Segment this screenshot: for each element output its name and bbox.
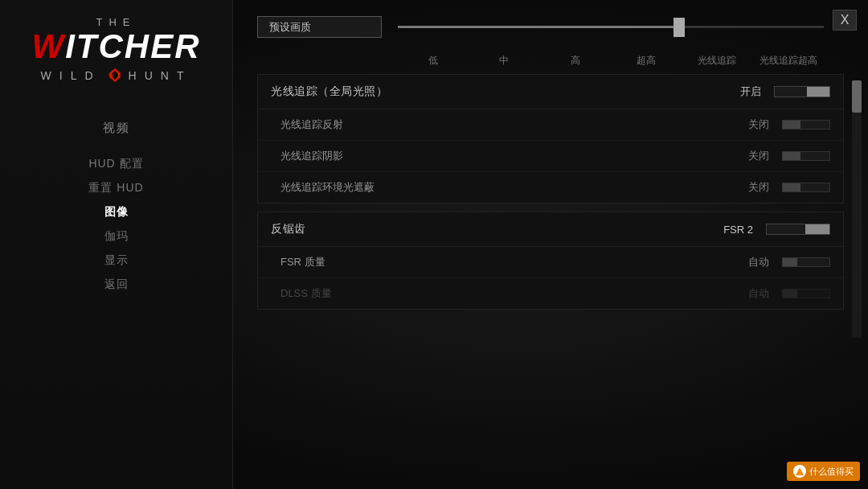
logo-itcher: ITCHER (65, 27, 200, 65)
rt-shadow-toggle[interactable] (782, 151, 830, 161)
logo-wild: WILD (41, 69, 101, 82)
nav-back[interactable]: 返回 (0, 273, 232, 297)
rt-shadow-value: 关闭 (741, 149, 769, 163)
anti-aliasing-title: 反锯齿 (271, 222, 306, 236)
nav-hud-config[interactable]: HUD 配置 (0, 152, 232, 176)
ray-tracing-title: 光线追踪（全局光照） (271, 84, 387, 99)
rt-reflection-thumb (783, 121, 800, 129)
rt-shadow-control: 关闭 (741, 149, 830, 163)
slider-fill (398, 26, 679, 28)
nav-section: 视频 HUD 配置 重置 HUD 图像 伽玛 显示 返回 (0, 121, 232, 297)
rt-ao-thumb (783, 183, 800, 191)
ray-tracing-toggle[interactable] (774, 86, 830, 97)
ray-tracing-header[interactable]: 光线追踪（全局光照） 开启 (258, 75, 843, 109)
fsr-thumb (805, 224, 829, 234)
rt-ao-control: 关闭 (741, 180, 830, 195)
logo-area: THE WITCHER WILD Ψ HUNT (0, 0, 232, 97)
anti-aliasing-control: FSR 2 (721, 224, 830, 236)
fsr-quality-item[interactable]: FSR 质量 自动 (258, 247, 843, 278)
quality-labels-row: 低 中 高 超高 光线追踪 光线追踪超高 (398, 54, 824, 68)
qlabel-rt-ultra: 光线追踪超高 (753, 54, 824, 68)
ray-tracing-control: 开启 (729, 84, 830, 99)
dlss-quality-toggle (782, 289, 830, 298)
logo-w-letter: W (32, 27, 66, 65)
left-panel: THE WITCHER WILD Ψ HUNT 视频 HUD 配置 重置 HUD… (0, 0, 233, 489)
slider-track-container (398, 19, 824, 35)
qlabel-high: 高 (540, 54, 611, 68)
aa-sub-settings: FSR 质量 自动 DLSS 质量 自动 (258, 247, 843, 309)
qlabel-ultra: 超高 (611, 54, 682, 68)
wolf-emblem: Ψ (106, 67, 124, 84)
dlss-quality-item: DLSS 质量 自动 (258, 278, 843, 309)
logo-wild-hunt: WILD Ψ HUNT (41, 67, 192, 84)
dlss-quality-title: DLSS 质量 (280, 286, 332, 301)
anti-aliasing-header[interactable]: 反锯齿 FSR 2 (258, 212, 843, 247)
scrollbar[interactable] (852, 80, 862, 338)
rt-reflection-value: 关闭 (741, 117, 769, 132)
rt-ao-item[interactable]: 光线追踪环境光遮蔽 关闭 (258, 172, 843, 203)
rt-ao-title: 光线追踪环境光遮蔽 (280, 180, 375, 195)
watermark-text: 什么值得买 (809, 466, 854, 478)
anti-aliasing-value: FSR 2 (721, 224, 753, 236)
rt-shadow-thumb (783, 152, 800, 160)
scrollbar-thumb[interactable] (852, 80, 862, 113)
anti-aliasing-section: 反锯齿 FSR 2 FSR 质量 自动 DLS (257, 212, 844, 310)
logo-witcher: WITCHER (32, 30, 201, 64)
rt-reflection-item[interactable]: 光线追踪反射 关闭 (258, 109, 843, 141)
rt-reflection-toggle[interactable] (782, 120, 830, 129)
dlss-quality-thumb (783, 290, 797, 298)
fsr-quality-toggle[interactable] (782, 257, 830, 267)
ray-tracing-value: 开启 (729, 84, 761, 99)
nav-reset-hud[interactable]: 重置 HUD (0, 176, 232, 200)
rt-reflection-title: 光线追踪反射 (280, 117, 343, 132)
anti-aliasing-toggle[interactable] (766, 224, 830, 235)
toggle-thumb (807, 87, 829, 97)
ray-tracing-section: 光线追踪（全局光照） 开启 光线追踪反射 关闭 (257, 74, 844, 203)
rt-shadow-item[interactable]: 光线追踪阴影 关闭 (258, 141, 843, 172)
qlabel-low: 低 (398, 54, 469, 68)
nav-display[interactable]: 显示 (0, 249, 232, 273)
qlabel-rt: 光线追踪 (682, 54, 752, 68)
wolf-icon: Ψ (106, 67, 124, 84)
fsr-quality-title: FSR 质量 (280, 255, 326, 269)
rt-ao-value: 关闭 (741, 180, 769, 195)
ray-tracing-sub-settings: 光线追踪反射 关闭 光线追踪阴影 关闭 (258, 109, 843, 203)
quality-track[interactable] (398, 26, 824, 28)
fsr-quality-value: 自动 (741, 255, 769, 269)
nav-image[interactable]: 图像 (0, 200, 232, 224)
svg-text:Ψ: Ψ (108, 72, 121, 80)
qlabel-medium: 中 (469, 54, 539, 68)
rt-ao-toggle[interactable] (782, 183, 830, 192)
nav-gamma[interactable]: 伽玛 (0, 224, 232, 249)
watermark: 什么值得买 (787, 462, 860, 481)
dlss-quality-control: 自动 (741, 286, 830, 301)
watermark-icon-inner (796, 467, 804, 475)
dlss-quality-value: 自动 (741, 286, 769, 301)
close-button[interactable]: X (833, 10, 857, 31)
slider-handle[interactable] (674, 18, 685, 37)
logo-hunt: HUNT (129, 69, 192, 82)
preset-slider-row (257, 16, 844, 38)
nav-section-title: 视频 (0, 121, 232, 136)
rt-reflection-control: 关闭 (741, 117, 830, 132)
fsr-quality-thumb (783, 258, 797, 266)
rt-shadow-title: 光线追踪阴影 (280, 149, 343, 163)
logo-the: THE (96, 16, 137, 28)
fsr-quality-control: 自动 (741, 255, 830, 269)
watermark-icon (793, 465, 806, 478)
main-content: 低 中 高 超高 光线追踪 光线追踪超高 光线追踪（全局光照） 开启 光线追踪反… (233, 0, 868, 489)
preset-input[interactable] (257, 16, 382, 38)
